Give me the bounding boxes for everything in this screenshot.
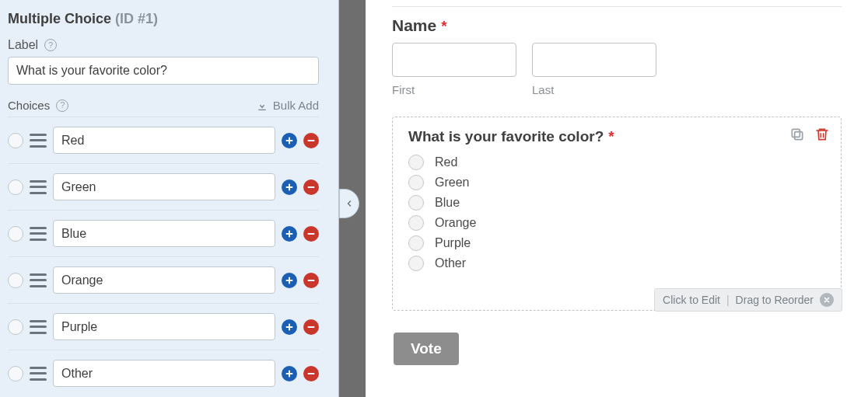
hint-drag-to-reorder: Drag to Reorder — [736, 294, 814, 306]
form-preview: Name* First Last What is your favorite c… — [366, 0, 868, 397]
add-choice-button[interactable] — [282, 133, 297, 148]
poll-option-label: Red — [435, 155, 457, 169]
minus-icon — [306, 369, 316, 378]
panel-title: Multiple Choice (ID #1) — [8, 11, 329, 27]
drag-handle-icon[interactable] — [30, 227, 47, 241]
choice-label-input[interactable] — [53, 313, 275, 340]
poll-option[interactable]: Blue — [408, 195, 825, 211]
poll-option-label: Purple — [435, 236, 471, 250]
duplicate-icon[interactable] — [789, 127, 805, 142]
label-input[interactable] — [8, 57, 319, 85]
bulk-add-button[interactable]: Bulk Add — [256, 99, 319, 112]
first-name-input[interactable] — [392, 43, 516, 77]
add-choice-button[interactable] — [282, 226, 297, 242]
choice-default-radio[interactable] — [8, 133, 23, 148]
radio-icon — [408, 256, 424, 271]
field-settings-panel: Multiple Choice (ID #1) Label ? Choices … — [0, 0, 339, 397]
poll-option[interactable]: Other — [408, 256, 825, 271]
poll-option-label: Green — [435, 176, 469, 190]
poll-option[interactable]: Red — [408, 155, 825, 170]
submit-button-label: Vote — [411, 340, 442, 357]
choice-default-radio[interactable] — [8, 366, 23, 381]
first-sublabel: First — [392, 83, 516, 96]
choice-label-input[interactable] — [53, 220, 275, 247]
svg-rect-1 — [792, 129, 800, 137]
drag-handle-icon[interactable] — [30, 367, 47, 381]
required-asterisk: * — [608, 128, 614, 145]
choice-label-input[interactable] — [53, 266, 275, 294]
name-field[interactable]: First Last — [392, 43, 842, 96]
poll-option-label: Orange — [435, 216, 476, 230]
drag-handle-icon[interactable] — [30, 273, 47, 287]
remove-choice-button[interactable] — [303, 366, 319, 381]
choice-row — [8, 117, 319, 163]
poll-option-list: RedGreenBlueOrangePurpleOther — [408, 155, 825, 271]
poll-option[interactable]: Green — [408, 175, 825, 190]
last-name-input[interactable] — [532, 43, 656, 77]
radio-icon — [408, 195, 424, 211]
hint-click-to-edit: Click to Edit — [663, 294, 720, 306]
poll-option-label: Blue — [435, 196, 460, 210]
name-field-label: Name* — [392, 16, 842, 35]
choice-list — [8, 117, 329, 396]
poll-option[interactable]: Purple — [408, 235, 825, 251]
poll-option[interactable]: Orange — [408, 215, 825, 231]
label-heading-row: Label ? — [8, 38, 329, 52]
choice-default-radio[interactable] — [8, 226, 23, 242]
minus-icon — [306, 229, 316, 239]
remove-choice-button[interactable] — [303, 133, 319, 148]
plus-icon — [285, 136, 294, 145]
add-choice-button[interactable] — [282, 273, 297, 288]
choice-default-radio[interactable] — [8, 273, 23, 288]
drag-handle-icon[interactable] — [30, 134, 47, 148]
help-icon[interactable]: ? — [56, 99, 68, 112]
drag-handle-icon[interactable] — [30, 180, 47, 194]
choice-default-radio[interactable] — [8, 319, 23, 335]
required-asterisk: * — [441, 18, 446, 34]
trash-icon[interactable] — [814, 127, 830, 142]
radio-icon — [408, 235, 424, 251]
poll-field-label: What is your favorite color?* — [408, 128, 825, 145]
radio-icon — [408, 175, 424, 190]
remove-choice-button[interactable] — [303, 226, 319, 242]
add-choice-button[interactable] — [282, 179, 297, 195]
remove-choice-button[interactable] — [303, 319, 319, 335]
plus-icon — [285, 276, 294, 285]
choices-header: Choices ? Bulk Add — [8, 99, 319, 112]
label-heading: Label — [8, 38, 38, 52]
minus-icon — [306, 322, 316, 332]
plus-icon — [285, 322, 294, 332]
close-hint-button[interactable] — [820, 293, 834, 307]
radio-icon — [408, 155, 424, 170]
choice-label-input[interactable] — [53, 127, 275, 154]
close-icon — [823, 296, 831, 304]
choices-heading: Choices — [8, 99, 50, 112]
name-label-text: Name — [392, 16, 436, 34]
divider-line — [392, 6, 842, 7]
field-type-label: Multiple Choice — [8, 11, 111, 26]
choice-row — [8, 210, 319, 256]
poll-label-text: What is your favorite color? — [408, 128, 604, 145]
choice-row — [8, 303, 319, 350]
remove-choice-button[interactable] — [303, 179, 319, 195]
drag-handle-icon[interactable] — [30, 320, 47, 334]
multiple-choice-field[interactable]: What is your favorite color?* RedGreenBl… — [392, 117, 842, 311]
choice-row — [8, 163, 319, 210]
minus-icon — [306, 136, 316, 145]
choice-label-input[interactable] — [53, 173, 275, 200]
plus-icon — [285, 369, 294, 378]
choice-default-radio[interactable] — [8, 179, 23, 195]
field-id-label: (ID #1) — [115, 11, 158, 26]
poll-option-label: Other — [435, 256, 466, 270]
submit-button[interactable]: Vote — [394, 333, 459, 365]
minus-icon — [306, 183, 316, 192]
svg-rect-0 — [795, 132, 803, 140]
choice-label-input[interactable] — [53, 360, 275, 387]
add-choice-button[interactable] — [282, 319, 297, 335]
remove-choice-button[interactable] — [303, 273, 319, 288]
hint-separator: | — [726, 294, 730, 306]
last-sublabel: Last — [532, 83, 656, 96]
add-choice-button[interactable] — [282, 366, 297, 381]
help-icon[interactable]: ? — [44, 39, 57, 51]
plus-icon — [285, 183, 294, 192]
